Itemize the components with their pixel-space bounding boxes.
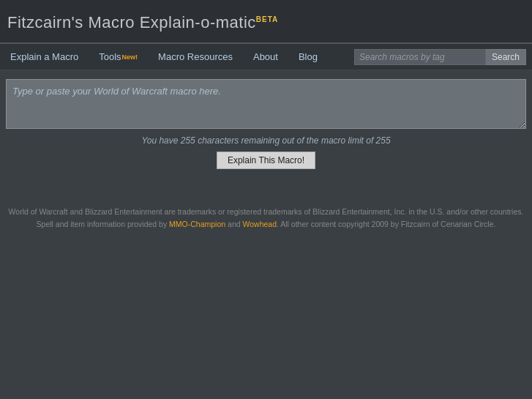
site-title-text: Fitzcairn's Macro Explain-o-matic [7,13,256,31]
main-content: You have 255 characters remaining out of… [0,70,532,176]
macro-input[interactable] [6,79,526,129]
footer-link-mmo[interactable]: MMO-Champion [169,220,225,228]
beta-badge: BETA [256,15,278,23]
search-area: Search [354,49,532,65]
explain-button-wrap: Explain This Macro! [6,152,526,169]
footer: World of Warcraft and Blizzard Entertain… [0,198,532,238]
footer-text-between: and [225,220,242,228]
nav-item-resources[interactable]: Macro Resources [148,44,243,70]
site-header: Fitzcairn's Macro Explain-o-maticBETA [0,0,532,44]
search-button[interactable]: Search [486,49,526,65]
explain-button[interactable]: Explain This Macro! [217,152,315,169]
site-title: Fitzcairn's Macro Explain-o-maticBETA [7,13,278,31]
footer-link-wowhead[interactable]: Wowhead [242,220,277,228]
new-badge: New! [122,53,138,61]
nav-item-explain[interactable]: Explain a Macro [0,44,89,70]
nav-item-about[interactable]: About [243,44,288,70]
nav-item-tools[interactable]: ToolsNew! [89,44,148,70]
footer-text-after: . All other content copyright 2009 by Fi… [277,220,495,228]
search-input[interactable] [354,49,486,65]
main-navbar: Explain a Macro ToolsNew! Macro Resource… [0,44,532,70]
nav-item-blog[interactable]: Blog [288,44,328,70]
char-count: You have 255 characters remaining out of… [6,135,526,146]
